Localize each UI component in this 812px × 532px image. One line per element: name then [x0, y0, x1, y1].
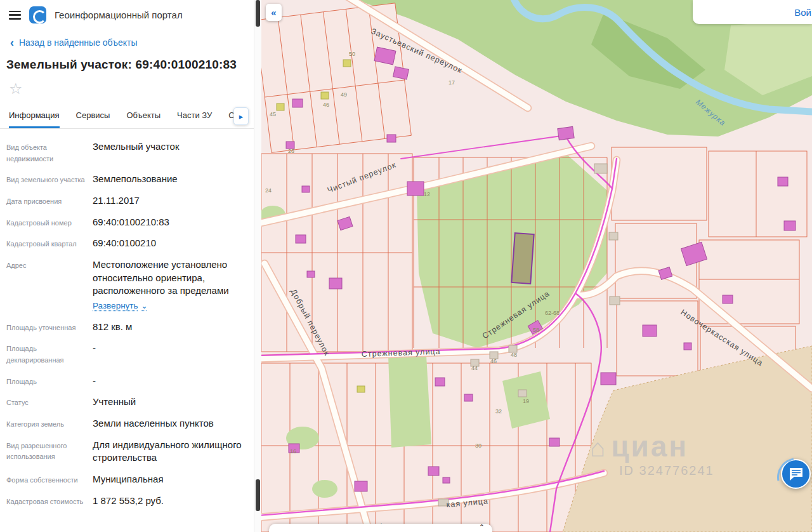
- field-cadastral-quarter: Кадастровый квартал 69:40:0100210: [6, 237, 244, 250]
- field-cadastral-number: Кадастровый номер 69:40:0100210:83: [6, 216, 244, 229]
- geo-portal-app: Геоинформационный портал ‹ Назад в найде…: [0, 0, 812, 532]
- parcel-number-label: 17: [449, 79, 455, 86]
- parcel-number-label: 49: [341, 91, 347, 98]
- field-value: 69:40:0100210: [93, 237, 244, 250]
- map-search-bar[interactable]: ⌃: [269, 524, 492, 532]
- field-land-category: Категория земель Земли населенных пункто…: [6, 417, 244, 430]
- favorite-star-icon[interactable]: ☆: [9, 82, 23, 96]
- field-label: Форма собственности: [6, 473, 85, 486]
- field-value: -: [93, 375, 244, 388]
- tab-services[interactable]: Сервисы: [76, 105, 110, 128]
- address-text: Местоположение установлено относительно …: [93, 259, 229, 296]
- field-label: Площадь уточненная: [6, 321, 85, 334]
- parcel-number-label: 19: [523, 398, 529, 404]
- field-label: Адрес: [6, 258, 85, 312]
- chat-icon: [789, 467, 804, 481]
- field-object-kind: Вид объекта недвижимости Земельный участ…: [6, 140, 244, 164]
- sidebar-scrollbar[interactable]: [254, 0, 261, 532]
- tab-bar: Информация Сервисы Объекты Части ЗУ Сост…: [0, 105, 254, 129]
- parcel-number-label: 24: [265, 187, 272, 194]
- field-status: Статус Учтенный: [6, 396, 244, 409]
- parcel-number-label: 58: [533, 327, 539, 333]
- parcel-number-label: 48: [511, 352, 517, 358]
- parcel-number-label: 30: [475, 442, 481, 449]
- portal-title: Геоинформационный портал: [55, 10, 183, 20]
- field-label: Кадастровый номер: [6, 216, 85, 229]
- field-area-declared: Площадь декларированная -: [6, 342, 244, 366]
- scrollbar-thumb[interactable]: [256, 479, 260, 511]
- field-label: Статус: [6, 396, 85, 409]
- expand-label: Развернуть: [93, 300, 138, 312]
- field-ownership-form: Форма собственности Муниципальная: [6, 473, 244, 486]
- map-container: 50 49 46 45 17 26 24 12 62-68 58 44 46 4…: [261, 0, 812, 532]
- tab-parts[interactable]: Части ЗУ: [177, 105, 212, 128]
- parcel-number-label: 50: [349, 51, 355, 57]
- parcel-number-label: 46: [490, 358, 497, 364]
- parcel-number-label: 26: [288, 148, 294, 154]
- top-toolbar: Вой: [693, 0, 812, 24]
- menu-icon[interactable]: [9, 11, 21, 20]
- field-value: 812 кв. м: [93, 321, 244, 334]
- parcel-number-label: 32: [495, 408, 502, 415]
- chat-button[interactable]: [781, 459, 811, 489]
- chevron-up-icon[interactable]: ⌃: [479, 523, 485, 531]
- field-value: Землепользование: [93, 173, 244, 186]
- object-info-panel: Геоинформационный портал ‹ Назад в найде…: [0, 0, 254, 532]
- field-label: Площадь: [6, 375, 85, 388]
- tab-objects[interactable]: Объекты: [126, 105, 160, 128]
- chevron-down-icon: ⌄: [141, 301, 148, 312]
- field-cadastral-value: Кадастровая стоимость 1 872 553,2 руб.: [6, 495, 244, 508]
- field-value: Местоположение установлено относительно …: [93, 258, 244, 312]
- tab-information[interactable]: Информация: [9, 105, 60, 128]
- parcel-number-label: 16: [290, 448, 296, 455]
- field-address: Адрес Местоположение установлено относит…: [6, 258, 244, 312]
- portal-header: Геоинформационный портал: [0, 0, 254, 29]
- collapse-panel-button[interactable]: «: [266, 4, 282, 21]
- field-label: Вид разрешенного использования: [6, 439, 85, 465]
- scrollbar-thumb[interactable]: [256, 0, 260, 27]
- back-link-label: Назад в найденные объекты: [19, 37, 137, 48]
- tabs-scroll-right-icon[interactable]: ▸: [233, 107, 249, 125]
- map-canvas[interactable]: 50 49 46 45 17 26 24 12 62-68 58 44 46 4…: [261, 0, 812, 532]
- field-label: Вид земельного участка: [6, 173, 85, 186]
- field-label: Категория земель: [6, 417, 85, 430]
- page-title: Земельный участок: 69:40:0100210:83: [6, 58, 244, 72]
- field-label: Кадастровая стоимость: [6, 495, 85, 508]
- field-value: 69:40:0100210:83: [93, 216, 244, 229]
- field-label: Вид объекта недвижимости: [6, 140, 85, 164]
- field-value: -: [93, 342, 244, 366]
- portal-logo-icon: [29, 6, 46, 23]
- attributes-list: Вид объекта недвижимости Земельный участ…: [0, 129, 254, 507]
- field-value: 21.11.2017: [93, 194, 244, 208]
- field-permitted-use: Вид разрешенного использования Для индив…: [6, 439, 244, 465]
- parcel-number-label: 12: [424, 191, 430, 197]
- field-value: Земельный участок: [93, 140, 244, 164]
- login-button[interactable]: Вой: [794, 7, 811, 18]
- expand-address-link[interactable]: Развернуть ⌄: [93, 300, 148, 312]
- parcel-number-label: 46: [323, 102, 329, 108]
- field-value: 1 872 553,2 руб.: [93, 495, 244, 508]
- field-label: Кадастровый квартал: [6, 237, 85, 250]
- field-area-refined: Площадь уточненная 812 кв. м: [6, 321, 244, 334]
- field-value: Земли населенных пунктов: [93, 417, 244, 430]
- field-value: Для индивидуального жилищного строительс…: [93, 439, 244, 465]
- field-label: Дата присвоения: [6, 194, 85, 208]
- field-assignment-date: Дата присвоения 21.11.2017: [6, 194, 244, 208]
- field-value: Муниципальная: [93, 473, 244, 486]
- parcel-number-label: 62-68: [545, 310, 560, 316]
- field-label: Площадь декларированная: [6, 342, 85, 366]
- field-area: Площадь -: [6, 375, 244, 388]
- selected-parcel[interactable]: [511, 233, 534, 284]
- chevron-left-icon: ‹: [10, 38, 14, 47]
- field-value: Учтенный: [93, 396, 244, 409]
- back-to-results-link[interactable]: ‹ Назад в найденные объекты: [10, 37, 244, 48]
- parcel-number-label: 44: [471, 365, 478, 371]
- field-parcel-kind: Вид земельного участка Землепользование: [6, 173, 244, 186]
- parcel-number-label: 45: [270, 111, 276, 117]
